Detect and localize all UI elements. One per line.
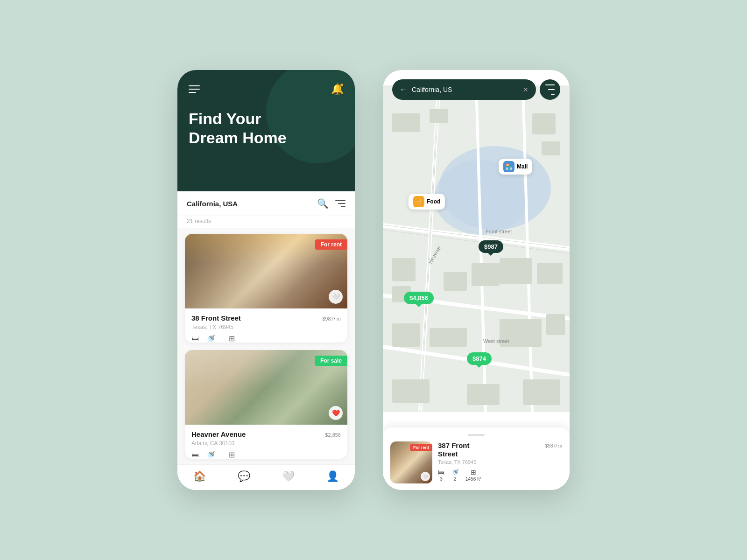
header-top-bar: 🔔 <box>189 83 344 95</box>
bc-baths: 🚿 2 <box>451 469 459 482</box>
listing-1-price: $987/ m <box>322 314 341 322</box>
price-marker-4856[interactable]: $4,856 <box>404 292 434 304</box>
poi-mall-marker[interactable]: 🏪 Mall <box>499 159 532 175</box>
bottom-card-content: For rent 🤍 387 Front Street $987/ m <box>390 441 562 483</box>
listing-1-image: For rent 🤍 <box>185 234 347 308</box>
menu-button[interactable] <box>189 85 200 93</box>
bed-icon-2: 🛏 <box>191 451 199 459</box>
map-search-input[interactable]: California, US <box>412 86 518 93</box>
nav-home[interactable]: 🏠 <box>193 470 206 483</box>
listing-2-top-row: Heavner Avenue $2,856 <box>191 430 341 438</box>
listing-2-city: Adairv, CA 30103 <box>191 440 341 447</box>
bc-baths-count: 2 <box>454 476 457 482</box>
home-icon: 🏠 <box>193 470 206 483</box>
listings-container: For rent 🤍 38 Front Street $987/ m Texas… <box>177 228 355 464</box>
listing-1-info: 38 Front Street $987/ m Texas, TX 76945 … <box>185 308 347 343</box>
map-svg <box>383 70 570 427</box>
svg-rect-17 <box>392 258 416 281</box>
map-area[interactable]: Heavner Front street West street 🍴 Food … <box>383 70 570 427</box>
listing-1-favorite-button[interactable]: 🤍 <box>329 290 343 304</box>
listing-2-favorite-button[interactable]: ❤️ <box>329 406 343 420</box>
listing-1-address: 38 Front Street <box>191 314 241 322</box>
back-arrow-icon[interactable]: ← <box>400 85 407 94</box>
nav-profile[interactable]: 👤 <box>326 470 339 483</box>
listing-2-info: Heavner Avenue $2,856 Adairv, CA 30103 🛏… <box>185 425 347 459</box>
listing-2-badge: For sale <box>315 356 347 366</box>
bc-sqft-value: 1456 ft² <box>465 476 481 482</box>
listing-2-price: $2,856 <box>325 430 341 438</box>
notification-button[interactable]: 🔔 <box>331 83 344 95</box>
area-icon-2: ⊞ <box>229 450 235 459</box>
listing-2-address: Heavner Avenue <box>191 430 246 438</box>
bottom-card-favorite-button[interactable]: 🤍 <box>421 472 430 481</box>
svg-rect-27 <box>392 379 430 403</box>
svg-rect-14 <box>430 109 448 123</box>
bc-sqft: ⊞ 1456 ft² <box>465 469 481 482</box>
bc-beds: 🛏 3 <box>438 469 444 482</box>
chat-icon: 💬 <box>238 470 250 483</box>
listing-2-baths: 🚿 2 <box>206 450 216 459</box>
clear-search-button[interactable]: ✕ <box>523 86 529 93</box>
notification-dot <box>340 83 344 87</box>
bottom-card-info: 387 Front Street $987/ m Texas, TX 76945… <box>438 441 562 482</box>
listing-1-beds: 🛏 3 <box>191 335 199 343</box>
listing-1-top-row: 38 Front Street $987/ m <box>191 314 341 322</box>
svg-rect-20 <box>472 263 500 286</box>
area-icon: ⊞ <box>229 334 235 343</box>
nav-chat[interactable]: 💬 <box>238 470 250 483</box>
listing-card-1: For rent 🤍 38 Front Street $987/ m Texas… <box>185 234 347 343</box>
price-marker-987[interactable]: $987 <box>479 240 503 253</box>
profile-icon: 👤 <box>326 470 339 483</box>
listing-2-sqft: ⊞ 1156 ft² <box>223 450 240 459</box>
bottom-card-features: 🛏 3 🚿 2 ⊞ 1456 ft² <box>438 469 562 482</box>
poi-mall-label: Mall <box>517 163 528 170</box>
search-bar: California, USA 🔍 <box>177 191 355 216</box>
bottom-card-address: 387 Front Street <box>438 441 470 458</box>
search-location-label: California, USA <box>187 200 238 208</box>
svg-rect-16 <box>542 141 560 155</box>
price-marker-874[interactable]: $874 <box>467 352 492 365</box>
tagline-find: Find Your <box>189 109 344 128</box>
listing-2-beds: 🛏 3 <box>191 451 199 459</box>
bottom-card-price: $987/ m <box>545 441 562 449</box>
bottom-card-image: For rent 🤍 <box>390 441 432 483</box>
listing-1-baths: 🚿 2 <box>206 334 216 343</box>
nav-favorites[interactable]: 🤍 <box>282 470 295 483</box>
listing-card-2: For sale ❤️ Heavner Avenue $2,856 Adairv… <box>185 350 347 459</box>
listing-2-image: For sale ❤️ <box>185 350 347 425</box>
search-icon[interactable]: 🔍 <box>317 198 329 209</box>
bottom-card-title-row: 387 Front Street $987/ m <box>438 441 562 458</box>
header-title: Find Your Dream Home <box>189 109 344 147</box>
search-action-icons: 🔍 <box>317 198 345 209</box>
heart-icon: 🤍 <box>282 470 295 483</box>
street-label-west: West street <box>483 338 509 344</box>
tagline-dream: Dream Home <box>189 128 344 147</box>
svg-rect-19 <box>444 272 467 291</box>
listing-1-sqft: ⊞ 1456 ft² <box>223 334 240 343</box>
map-filter-button[interactable] <box>540 79 560 100</box>
map-search-input-wrap: ← California, US ✕ <box>392 79 536 100</box>
svg-rect-13 <box>392 113 420 132</box>
svg-rect-28 <box>467 384 500 405</box>
filter-icon[interactable] <box>335 200 345 207</box>
bottom-card-badge: For rent <box>410 444 432 451</box>
phone-header: 🔔 Find Your Dream Home <box>177 70 355 191</box>
svg-rect-22 <box>537 263 563 284</box>
phone-body: California, USA 🔍 21 results For <box>177 191 355 490</box>
map-bottom-card: For rent 🤍 387 Front Street $987/ m <box>383 427 570 490</box>
svg-rect-26 <box>546 314 565 335</box>
mall-icon: 🏪 <box>503 161 514 172</box>
bc-beds-count: 3 <box>440 476 443 482</box>
svg-rect-21 <box>500 258 532 284</box>
svg-rect-23 <box>392 323 420 347</box>
bath-icon-2: 🚿 <box>206 450 216 459</box>
food-icon: 🍴 <box>413 196 424 207</box>
poi-food-marker[interactable]: 🍴 Food <box>409 194 445 210</box>
listing-1-features: 🛏 3 🚿 2 ⊞ 1456 ft² <box>191 334 341 343</box>
result-count: 21 results <box>177 216 355 228</box>
bc-bed-icon: 🛏 <box>438 469 444 476</box>
svg-rect-15 <box>532 113 556 134</box>
bottom-card-city: Texas, TX 76945 <box>438 459 562 465</box>
street-label-front: Front street <box>486 229 512 234</box>
filter-lines-icon <box>545 84 555 95</box>
